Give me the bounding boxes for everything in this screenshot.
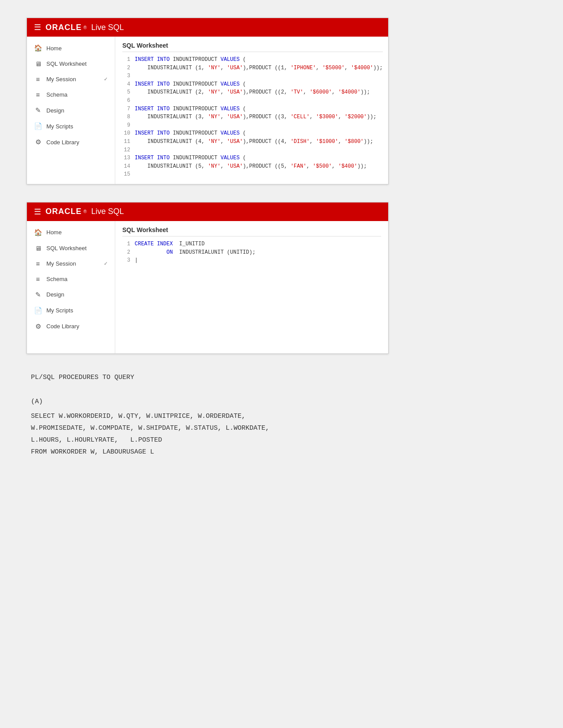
sidebar-label-scripts-1: My Scripts xyxy=(46,123,108,130)
sidebar-item-design-1[interactable]: ✎ Design xyxy=(27,102,115,118)
oracle-logo-2: ORACLE® xyxy=(45,207,87,216)
sidebar-label-worksheet-1: SQL Worksheet xyxy=(46,60,108,67)
sidebar-label-library-2: Code Library xyxy=(46,323,108,330)
worksheet-icon: 🖥 xyxy=(34,60,42,68)
session-icon-2: ≡ xyxy=(34,260,42,267)
sidebar-item-worksheet-1[interactable]: 🖥 SQL Worksheet xyxy=(27,56,115,71)
oracle-logo-text-2: ORACLE xyxy=(45,207,82,216)
schema-icon-2: ≡ xyxy=(34,275,42,283)
worksheet-icon-2: 🖥 xyxy=(34,244,42,252)
oracle-reg-2: ® xyxy=(83,209,87,214)
main-content-2: SQL Worksheet 123 CREATE INDEX I_UNITID … xyxy=(115,221,388,353)
content-area-2: 🏠 Home 🖥 SQL Worksheet ≡ My Session ✓ ≡ … xyxy=(27,221,388,353)
oracle-reg: ® xyxy=(83,25,87,30)
home-icon: 🏠 xyxy=(34,44,42,52)
sidebar-item-session-2[interactable]: ≡ My Session ✓ xyxy=(27,256,115,271)
text-section: PL/SQL PROCEDURES TO QUERY (A) SELECT W.… xyxy=(26,372,537,458)
content-area-1: 🏠 Home 🖥 SQL Worksheet ≡ My Session ✓ ≡ … xyxy=(27,37,388,184)
code-editor-2[interactable]: 123 CREATE INDEX I_UNITID ON INDUSTRIALU… xyxy=(122,240,381,265)
sidebar-label-library-1: Code Library xyxy=(46,139,108,146)
code-text-1: INSERT INTO INDUNITPRODUCT VALUES ( INDU… xyxy=(135,56,383,179)
sidebar-item-worksheet-2[interactable]: 🖥 SQL Worksheet xyxy=(27,240,115,256)
session-icon: ≡ xyxy=(34,75,42,83)
schema-icon: ≡ xyxy=(34,91,42,98)
sidebar-item-scripts-1[interactable]: 📄 My Scripts xyxy=(27,118,115,134)
code-editor-1[interactable]: 12345 678910 1112131415 INSERT INTO INDU… xyxy=(122,56,383,179)
oracle-logo: ORACLE® xyxy=(45,23,87,32)
live-sql-label-2: Live SQL xyxy=(91,207,124,216)
header-bar-2: ☰ ORACLE® Live SQL xyxy=(27,203,388,221)
worksheet-title-2: SQL Worksheet xyxy=(122,226,381,236)
sidebar-label-session-2: My Session xyxy=(46,260,99,267)
sidebar-label-home-1: Home xyxy=(46,45,108,52)
sidebar-1: 🏠 Home 🖥 SQL Worksheet ≡ My Session ✓ ≡ … xyxy=(27,37,115,184)
library-icon: ⚙ xyxy=(34,138,42,146)
sidebar-item-home-2[interactable]: 🏠 Home xyxy=(27,225,115,240)
select-query: SELECT W.WORKORDERID, W.QTY, W.UNITPRICE… xyxy=(31,410,532,458)
scripts-icon: 📄 xyxy=(34,122,42,130)
hamburger-icon[interactable]: ☰ xyxy=(34,23,41,32)
sidebar-item-home-1[interactable]: 🏠 Home xyxy=(27,40,115,56)
sidebar-item-schema-1[interactable]: ≡ Schema xyxy=(27,87,115,102)
line-numbers-1: 12345 678910 1112131415 xyxy=(122,56,135,179)
sidebar-item-session-1[interactable]: ≡ My Session ✓ xyxy=(27,71,115,87)
sidebar-item-scripts-2[interactable]: 📄 My Scripts xyxy=(27,303,115,319)
sidebar-item-library-1[interactable]: ⚙ Code Library xyxy=(27,134,115,150)
sidebar-label-schema-1: Schema xyxy=(46,91,108,98)
line-numbers-2: 123 xyxy=(122,240,135,265)
plsql-heading: PL/SQL PROCEDURES TO QUERY xyxy=(31,372,532,383)
home-icon-2: 🏠 xyxy=(34,229,42,236)
sidebar-label-scripts-2: My Scripts xyxy=(46,307,108,314)
code-text-2: CREATE INDEX I_UNITID ON INDUSTRIALUNIT … xyxy=(135,240,256,265)
main-content-1: SQL Worksheet 12345 678910 1112131415 IN… xyxy=(115,37,390,184)
live-sql-label: Live SQL xyxy=(91,23,124,32)
sidebar-label-design-2: Design xyxy=(46,291,108,298)
sidebar-label-worksheet-2: SQL Worksheet xyxy=(46,245,108,251)
chevron-down-icon: ✓ xyxy=(104,76,108,82)
design-icon: ✎ xyxy=(34,106,42,114)
chevron-down-icon-2: ✓ xyxy=(104,261,108,266)
hamburger-icon-2[interactable]: ☰ xyxy=(34,207,41,217)
sidebar-label-design-1: Design xyxy=(46,107,108,114)
scripts-icon-2: 📄 xyxy=(34,307,42,315)
library-icon-2: ⚙ xyxy=(34,323,42,330)
sidebar-label-session-1: My Session xyxy=(46,76,99,83)
sidebar-item-schema-2[interactable]: ≡ Schema xyxy=(27,271,115,287)
design-icon-2: ✎ xyxy=(34,291,42,299)
sidebar-label-schema-2: Schema xyxy=(46,276,108,282)
oracle-window-1: ☰ ORACLE® Live SQL 🏠 Home 🖥 SQL Workshee… xyxy=(26,18,389,184)
sidebar-label-home-2: Home xyxy=(46,229,108,236)
sidebar-item-design-2[interactable]: ✎ Design xyxy=(27,287,115,303)
oracle-logo-text: ORACLE xyxy=(45,23,82,32)
sidebar-2: 🏠 Home 🖥 SQL Worksheet ≡ My Session ✓ ≡ … xyxy=(27,221,115,353)
section-a-label: (A) xyxy=(31,396,532,408)
header-bar-1: ☰ ORACLE® Live SQL xyxy=(27,18,388,37)
worksheet-title-1: SQL Worksheet xyxy=(122,42,383,52)
sidebar-item-library-2[interactable]: ⚙ Code Library xyxy=(27,319,115,334)
oracle-window-2: ☰ ORACLE® Live SQL 🏠 Home 🖥 SQL Workshee… xyxy=(26,202,389,354)
